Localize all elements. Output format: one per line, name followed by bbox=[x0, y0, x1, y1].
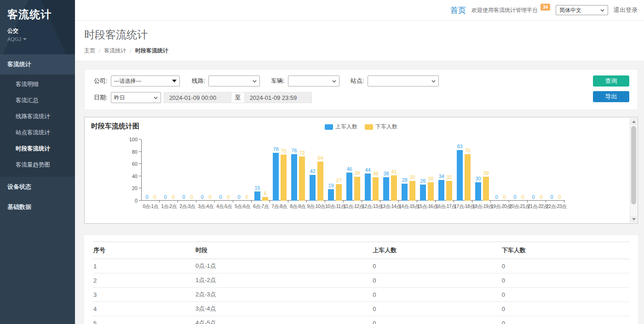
filter-row-2: 日期: 昨日 2024-01-09 00:00 至 2024-01-09 23:… bbox=[94, 92, 439, 103]
logout-link[interactable]: 退出登录 bbox=[614, 6, 638, 14]
x-tick-label: 17点-18点 bbox=[454, 203, 472, 210]
bar[interactable]: 19 bbox=[328, 139, 334, 201]
bar[interactable]: 26 bbox=[420, 139, 426, 201]
chart-scrollbar[interactable] bbox=[630, 118, 637, 223]
bar[interactable]: 72 bbox=[299, 139, 305, 201]
bar[interactable]: 0 bbox=[207, 139, 213, 201]
language-select[interactable]: 简体中文 bbox=[556, 5, 608, 15]
bar[interactable]: 0 bbox=[494, 139, 500, 201]
triangle-up-icon bbox=[632, 121, 636, 123]
legend-boarding[interactable]: 上车人数 bbox=[325, 123, 357, 131]
sidebar-item-station-stats[interactable]: 站点客流统计 bbox=[0, 125, 75, 141]
export-button[interactable]: 导出 bbox=[593, 91, 629, 102]
date-end-input[interactable]: 2024-01-09 23:59 bbox=[244, 92, 312, 103]
station-label: 站点: bbox=[351, 77, 364, 85]
company-select[interactable]: ---请选择--- bbox=[111, 75, 180, 87]
bar[interactable]: 64 bbox=[317, 139, 323, 201]
query-button[interactable]: 查询 bbox=[593, 75, 629, 87]
bar-group: 156 bbox=[252, 139, 270, 201]
date-preset-select[interactable]: 昨日 bbox=[111, 92, 161, 103]
bar-value-label: 0 bbox=[503, 194, 506, 200]
bar[interactable]: 0 bbox=[512, 139, 518, 201]
home-link[interactable]: 首页 bbox=[450, 5, 466, 16]
sidebar-item-base-data[interactable]: 基础数据 bbox=[0, 197, 75, 217]
legend-alighting[interactable]: 下车人数 bbox=[365, 123, 397, 131]
bar[interactable]: 32 bbox=[409, 139, 415, 201]
table-row: 10点-1点00 bbox=[92, 259, 630, 273]
legend-swatch-alighting bbox=[365, 124, 373, 130]
bar-value-label: 38 bbox=[383, 171, 389, 176]
bar[interactable]: 30 bbox=[475, 139, 481, 201]
vehicle-select[interactable] bbox=[288, 75, 339, 87]
bar[interactable]: 76 bbox=[291, 139, 297, 201]
bar[interactable]: 27 bbox=[336, 139, 342, 201]
bar[interactable]: 0 bbox=[557, 139, 563, 201]
bar[interactable]: 46 bbox=[346, 139, 352, 201]
bar[interactable]: 0 bbox=[199, 139, 205, 201]
bar[interactable]: 0 bbox=[144, 139, 150, 201]
bar[interactable]: 0 bbox=[244, 139, 250, 201]
topbar: 首页 欢迎使用客流统计管理平台 34 简体中文 退出登录 bbox=[75, 0, 644, 21]
bar[interactable]: 0 bbox=[181, 139, 187, 201]
sidebar-item-trend-chart[interactable]: 客流量趋势图 bbox=[0, 157, 75, 173]
bar[interactable]: 0 bbox=[225, 139, 231, 201]
bar[interactable]: 78 bbox=[273, 139, 279, 201]
bar-fill bbox=[457, 150, 463, 201]
bar[interactable]: 0 bbox=[549, 139, 555, 201]
bar[interactable]: 76 bbox=[465, 139, 471, 201]
bar[interactable]: 0 bbox=[501, 139, 507, 201]
bar-fill bbox=[281, 155, 287, 201]
breadcrumb-passenger-stats[interactable]: 客流统计 bbox=[104, 47, 126, 55]
bar[interactable]: 38 bbox=[373, 139, 379, 201]
bar-fill bbox=[409, 181, 415, 201]
sidebar-item-passenger-stats[interactable]: 客流统计 bbox=[0, 54, 75, 75]
bar-value-label: 30 bbox=[475, 176, 481, 181]
station-select[interactable] bbox=[368, 75, 439, 87]
bar[interactable]: 42 bbox=[310, 139, 316, 201]
filter-row-1: 公司: ---请选择--- 线路: 车辆: bbox=[94, 75, 439, 87]
breadcrumb-home[interactable]: 主页 bbox=[84, 47, 95, 55]
bar[interactable]: 0 bbox=[236, 139, 242, 201]
line-select[interactable] bbox=[208, 75, 260, 87]
bar[interactable]: 15 bbox=[254, 139, 260, 201]
sidebar-item-device-status[interactable]: 设备状态 bbox=[0, 177, 75, 197]
bar[interactable]: 75 bbox=[281, 139, 287, 201]
bar[interactable]: 44 bbox=[365, 139, 371, 201]
bar[interactable]: 0 bbox=[170, 139, 176, 201]
scrollbar-down-button[interactable] bbox=[630, 215, 637, 223]
bar[interactable]: 83 bbox=[457, 139, 463, 201]
bar[interactable]: 30 bbox=[428, 139, 434, 201]
bar[interactable]: 0 bbox=[538, 139, 544, 201]
bar[interactable]: 0 bbox=[530, 139, 536, 201]
bar[interactable]: 39 bbox=[483, 139, 489, 201]
bar[interactable]: 38 bbox=[383, 139, 389, 201]
bar[interactable]: 32 bbox=[446, 139, 452, 201]
bar-value-label: 0 bbox=[558, 194, 561, 200]
sidebar-item-passenger-summary[interactable]: 客流汇总 bbox=[0, 93, 75, 109]
x-tick-mark bbox=[380, 201, 399, 202]
table-cell: 3 bbox=[92, 288, 195, 302]
sidebar-item-period-stats[interactable]: 时段客流统计 bbox=[0, 141, 75, 157]
x-tick-mark bbox=[160, 201, 178, 202]
bar[interactable]: 41 bbox=[391, 139, 397, 201]
sidebar-item-passenger-detail[interactable]: 客流明细 bbox=[0, 76, 75, 93]
bar[interactable]: 0 bbox=[162, 139, 168, 201]
bar[interactable]: 0 bbox=[152, 139, 158, 201]
scrollbar-up-button[interactable] bbox=[630, 118, 637, 125]
bar-fill bbox=[402, 184, 408, 201]
bar[interactable]: 34 bbox=[438, 139, 444, 201]
bar-group: 00 bbox=[160, 139, 178, 201]
bar[interactable]: 39 bbox=[354, 139, 360, 201]
chart-x-axis-labels: 0点-1点1点-2点2点-3点3点-4点4点-5点5点-6点6点-7点7点-8点… bbox=[141, 203, 565, 210]
bar[interactable]: 6 bbox=[262, 139, 268, 201]
scrollbar-thumb[interactable] bbox=[631, 126, 636, 204]
date-start-input[interactable]: 2024-01-09 00:00 bbox=[164, 92, 231, 103]
bar[interactable]: 0 bbox=[218, 139, 224, 201]
bar[interactable]: 28 bbox=[402, 139, 408, 201]
sidebar-item-line-stats[interactable]: 线路客流统计 bbox=[0, 109, 75, 125]
table-cell: 1 bbox=[92, 259, 195, 273]
bar-value-label: 0 bbox=[245, 194, 248, 200]
bar[interactable]: 0 bbox=[520, 139, 526, 201]
bar[interactable]: 0 bbox=[189, 139, 195, 201]
org-code-dropdown[interactable]: AQGJ bbox=[7, 36, 68, 42]
